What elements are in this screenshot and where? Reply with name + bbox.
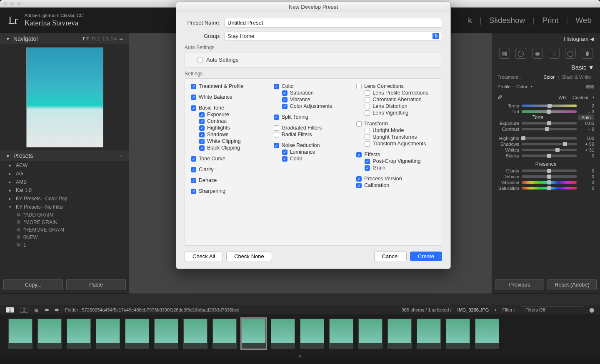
checkbox[interactable] — [191, 178, 196, 183]
filter-dropdown[interactable]: Filters Off — [521, 307, 583, 313]
spot-icon[interactable]: ◯ — [515, 48, 526, 59]
copy-button[interactable]: Copy... — [3, 279, 63, 290]
slider-clarity[interactable]: Clarity 0 — [492, 168, 600, 174]
checkbox[interactable] — [274, 143, 279, 148]
preset-name-input[interactable] — [225, 18, 442, 27]
view-1-button[interactable]: 1 — [6, 307, 14, 313]
treatment-bw[interactable]: Black & White — [559, 75, 594, 80]
preset-group[interactable]: KY Presets - Color Pop — [0, 194, 129, 203]
zoom-icon[interactable] — [17, 2, 21, 6]
slider-saturation[interactable]: Saturation 0 — [492, 185, 600, 191]
preset-item[interactable]: *ADD GRAIN — [0, 211, 129, 219]
checkbox[interactable] — [199, 132, 205, 137]
checkbox[interactable] — [365, 104, 370, 109]
reset-button[interactable]: Reset (Adobe) — [548, 279, 597, 290]
filmstrip-thumbnail[interactable] — [358, 319, 382, 349]
checkbox[interactable] — [282, 104, 288, 109]
check-all-button[interactable]: Check All — [185, 252, 223, 261]
filmstrip-thumbnail[interactable] — [125, 319, 149, 349]
checkbox[interactable] — [365, 141, 370, 147]
checkbox[interactable] — [274, 132, 279, 137]
preset-group[interactable]: Kat 1.0 — [0, 186, 129, 194]
view-2-button[interactable]: 2 — [20, 307, 28, 313]
checkbox[interactable] — [199, 119, 205, 124]
create-button[interactable]: Create — [410, 252, 442, 261]
slider-exposure[interactable]: Exposure – 0.05 — [492, 120, 600, 126]
filmstrip-thumbnail[interactable] — [300, 319, 324, 349]
histogram-header[interactable]: Histogram ◀ — [492, 33, 600, 45]
checkbox[interactable] — [356, 152, 362, 157]
slider-vibrance[interactable]: Vibrance 0 — [492, 180, 600, 185]
filmstrip-thumbnail[interactable] — [96, 319, 120, 349]
crop-icon[interactable]: ▦ — [499, 48, 510, 59]
module-web[interactable]: Web — [575, 16, 592, 25]
slider-shadows[interactable]: Shadows + 59 — [492, 141, 600, 147]
graduated-icon[interactable]: ▯ — [549, 48, 560, 59]
preset-item[interactable]: 0NEW — [0, 234, 129, 241]
checkbox[interactable] — [191, 156, 196, 162]
checkbox[interactable] — [199, 139, 205, 144]
checkbox[interactable] — [365, 97, 370, 102]
checkbox[interactable] — [199, 125, 205, 131]
auto-button[interactable]: Auto — [578, 115, 594, 120]
navigator-preview[interactable] — [0, 44, 129, 150]
brush-icon[interactable]: ⬮ — [582, 48, 592, 59]
profile-value[interactable]: Color — [516, 84, 527, 89]
filmstrip-thumbnail[interactable] — [212, 319, 237, 349]
checkbox[interactable] — [356, 84, 362, 89]
checkbox[interactable] — [365, 128, 370, 133]
filmstrip-thumbnail[interactable] — [388, 319, 412, 349]
module-partial[interactable]: k — [468, 16, 472, 25]
wb-dropdown[interactable]: Custom — [572, 95, 588, 100]
filmstrip-thumbnail[interactable] — [329, 319, 353, 349]
filter-lock-icon[interactable]: ⬤ — [589, 307, 594, 313]
preset-group-open[interactable]: KY Presets - No Filter — [0, 203, 129, 211]
checkbox[interactable] — [282, 97, 288, 102]
grid-view-icon[interactable]: ▦ — [34, 307, 38, 313]
preset-item[interactable]: *MORE GRAIN — [0, 219, 129, 226]
previous-button[interactable]: Previous — [495, 279, 544, 290]
filmstrip[interactable] — [0, 314, 600, 354]
filmstrip-thumbnail[interactable] — [446, 319, 470, 349]
slider-blacks[interactable]: Blacks 0 — [492, 153, 600, 159]
checkbox[interactable] — [274, 125, 279, 131]
checkbox[interactable] — [191, 189, 196, 194]
filmstrip-thumbnail[interactable] — [67, 319, 91, 349]
presets-header[interactable]: ▼ Presets ＋ — [0, 150, 129, 161]
checkbox[interactable] — [191, 95, 196, 100]
checkbox[interactable] — [282, 150, 288, 155]
radial-icon[interactable]: ◯ — [565, 48, 576, 59]
close-icon[interactable] — [3, 2, 8, 6]
navigator-header[interactable]: ▼ Navigator FIT FILL 1:1 1:4 ◂▸ — [0, 33, 129, 44]
preset-item[interactable]: *REMOVE GRAIN — [0, 226, 129, 234]
module-slideshow[interactable]: Slideshow — [489, 16, 525, 25]
basic-panel-header[interactable]: Basic ▼ — [492, 62, 600, 73]
checkbox[interactable] — [191, 167, 196, 172]
preset-group[interactable]: AMS — [0, 178, 129, 186]
filmstrip-thumbnail[interactable] — [242, 319, 266, 349]
check-none-button[interactable]: Check None — [226, 252, 272, 261]
checkbox[interactable] — [199, 112, 205, 117]
checkbox[interactable] — [365, 110, 370, 116]
filmstrip-thumbnail[interactable] — [8, 319, 32, 349]
preset-group[interactable]: ACW — [0, 161, 129, 170]
checkbox[interactable] — [356, 176, 362, 182]
preset-group[interactable]: AG — [0, 170, 129, 178]
prev-arrow-icon[interactable]: 🡄 — [44, 307, 49, 312]
checkbox[interactable] — [365, 165, 370, 171]
cancel-button[interactable]: Cancel — [374, 252, 407, 261]
module-print[interactable]: Print — [542, 16, 558, 25]
slider-highlights[interactable]: Highlights – 100 — [492, 135, 600, 141]
eyedropper-icon[interactable]: ✐ — [498, 93, 503, 101]
auto-settings-checkbox[interactable] — [198, 57, 203, 62]
slider-tint[interactable]: Tint – 3 — [492, 109, 600, 115]
checkbox[interactable] — [199, 145, 205, 151]
navigator-zoom-options[interactable]: FIT FILL 1:1 1:4 ◂▸ — [83, 37, 123, 41]
filmstrip-thumbnail[interactable] — [271, 319, 295, 349]
profile-browser-icon[interactable]: ▦▦ — [586, 84, 594, 89]
checkbox[interactable] — [274, 84, 279, 89]
slider-temp[interactable]: Temp + 2 — [492, 103, 600, 109]
add-preset-icon[interactable]: ＋ — [119, 153, 123, 159]
checkbox[interactable] — [365, 135, 370, 140]
treatment-color[interactable]: Color — [540, 75, 558, 80]
